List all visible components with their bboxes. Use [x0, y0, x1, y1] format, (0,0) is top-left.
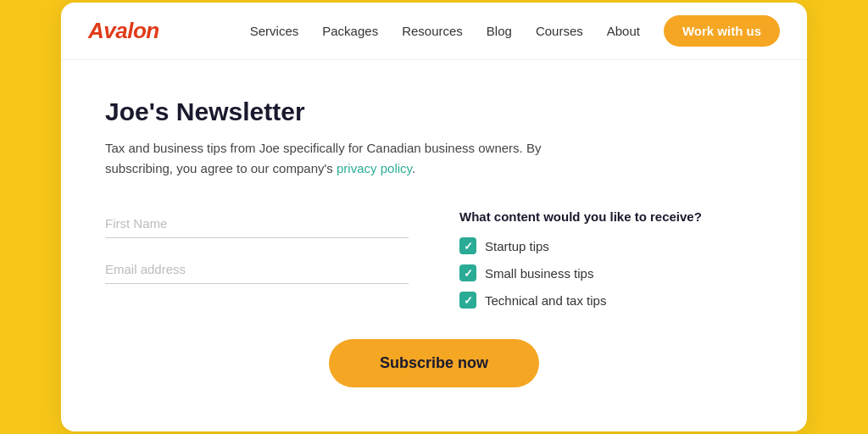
nav-about[interactable]: About	[607, 24, 640, 38]
options-title: What content would you like to receive?	[459, 209, 763, 224]
subscribe-button[interactable]: Subscribe now	[329, 339, 539, 387]
nav-courses[interactable]: Courses	[536, 24, 583, 38]
description-end: .	[412, 161, 415, 175]
nav-resources[interactable]: Resources	[402, 24, 463, 38]
newsletter-section: Joe's Newsletter Tax and business tips f…	[61, 60, 807, 431]
privacy-policy-link[interactable]: privacy policy	[337, 161, 412, 175]
nav-links: Services Packages Resources Blog Courses…	[250, 24, 780, 39]
checkbox-startup[interactable]	[459, 237, 476, 254]
checkbox-list: Startup tips Small business tips Technic…	[459, 237, 763, 309]
option-technical-label: Technical and tax tips	[485, 293, 606, 308]
form-options-wrapper: What content would you like to receive? …	[105, 209, 763, 309]
list-item: Technical and tax tips	[459, 292, 763, 309]
nav-packages[interactable]: Packages	[322, 24, 378, 38]
newsletter-description: Tax and business tips from Joe specifica…	[105, 138, 597, 179]
navigation: Avalon Services Packages Resources Blog …	[61, 3, 807, 60]
nav-work-with-us[interactable]: Work with us	[664, 15, 780, 47]
nav-blog[interactable]: Blog	[487, 24, 512, 38]
checkbox-technical-tax[interactable]	[459, 292, 476, 309]
content-options-section: What content would you like to receive? …	[459, 209, 763, 309]
checkbox-small-business[interactable]	[459, 264, 476, 281]
main-card: Avalon Services Packages Resources Blog …	[61, 3, 807, 431]
first-name-input[interactable]	[105, 209, 409, 238]
form-section	[105, 209, 409, 284]
list-item: Startup tips	[459, 237, 763, 254]
newsletter-title: Joe's Newsletter	[105, 97, 763, 126]
option-startup-label: Startup tips	[485, 239, 549, 253]
list-item: Small business tips	[459, 264, 763, 281]
subscribe-button-wrapper: Subscribe now	[105, 339, 763, 387]
description-text: Tax and business tips from Joe specifica…	[105, 141, 541, 175]
nav-services[interactable]: Services	[250, 24, 299, 38]
brand-logo: Avalon	[88, 18, 159, 44]
option-smallbiz-label: Small business tips	[485, 266, 593, 281]
email-input[interactable]	[105, 255, 409, 284]
